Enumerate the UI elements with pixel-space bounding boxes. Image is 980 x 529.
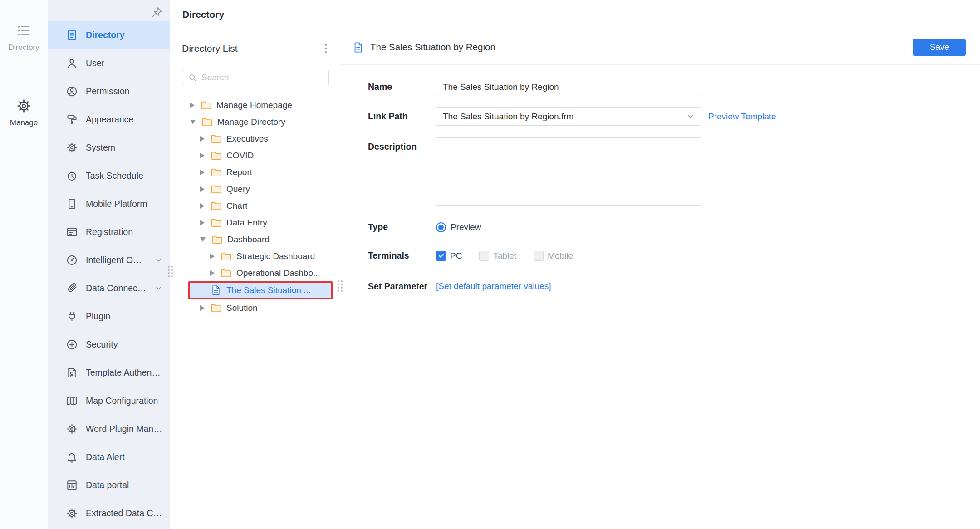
sidebar-item-word-plugin-manager[interactable]: Word Plugin Mana... bbox=[48, 415, 170, 443]
gear-icon bbox=[66, 423, 78, 435]
terminals-label: Terminals bbox=[368, 250, 436, 261]
tree-node-executives[interactable]: Executives bbox=[170, 130, 339, 147]
tree-node-dashboard[interactable]: Dashboard bbox=[170, 231, 339, 248]
caret-right-icon[interactable] bbox=[200, 136, 205, 142]
name-label: Name bbox=[368, 78, 436, 96]
sidebar-item-data-portal[interactable]: Data portal bbox=[48, 471, 170, 499]
detail-title: The Sales Situation by Region bbox=[370, 42, 495, 53]
tree-node-report[interactable]: Report bbox=[170, 164, 339, 181]
detail-form: Name Link Path The Sales Situation by Re… bbox=[340, 65, 980, 292]
tree-node-chart[interactable]: Chart bbox=[170, 197, 339, 214]
preview-radio-selected[interactable] bbox=[436, 222, 446, 232]
directory-tree: Manage Homepage Manage Directory Executi… bbox=[170, 97, 339, 316]
folder-icon bbox=[200, 99, 212, 111]
tree-node-data-entry[interactable]: Data Entry bbox=[170, 214, 339, 231]
folder-icon bbox=[210, 167, 222, 178]
sidebar-item-plugin[interactable]: Plugin bbox=[48, 302, 170, 330]
folder-icon bbox=[210, 133, 222, 145]
chevron-down-icon bbox=[154, 284, 163, 293]
tree-panel-resize-handle[interactable] bbox=[338, 280, 343, 292]
pc-checkbox-checked[interactable] bbox=[436, 251, 446, 261]
search-input[interactable] bbox=[201, 73, 323, 83]
paperclip-icon bbox=[66, 282, 78, 294]
rail-item-manage[interactable]: Manage bbox=[0, 98, 48, 127]
rail-item-directory[interactable]: Directory bbox=[0, 23, 48, 52]
rail-item-label: Directory bbox=[8, 43, 39, 52]
link-path-select[interactable]: The Sales Situation by Region.frm bbox=[436, 107, 701, 126]
sidebar-item-intelligent-operation[interactable]: Intelligent Ope... bbox=[48, 246, 170, 274]
caret-right-icon[interactable] bbox=[200, 203, 205, 209]
folder-icon bbox=[210, 302, 222, 314]
sidebar-item-directory[interactable]: Directory bbox=[48, 21, 170, 49]
person-circle-icon bbox=[66, 85, 78, 98]
sidebar-item-system[interactable]: System bbox=[48, 133, 170, 162]
sidebar-item-user[interactable]: User bbox=[48, 49, 170, 77]
caret-down-icon[interactable] bbox=[190, 120, 196, 124]
directory-list-header: Directory List bbox=[170, 30, 339, 55]
sidebar-item-template-authentication[interactable]: Template Authentic... bbox=[48, 358, 170, 387]
gear-icon bbox=[66, 507, 78, 519]
sidebar-item-extracted-data-cache[interactable]: Extracted Data Ca... bbox=[48, 499, 170, 527]
caret-right-icon[interactable] bbox=[200, 186, 205, 192]
search-icon bbox=[188, 73, 197, 83]
file-icon bbox=[210, 284, 222, 296]
page-title: Directory bbox=[182, 9, 224, 20]
save-button[interactable]: Save bbox=[913, 39, 966, 56]
mobile-checkbox-unchecked[interactable] bbox=[534, 251, 544, 261]
terminal-mobile: Mobile bbox=[534, 251, 573, 261]
sidebar-item-registration[interactable]: Registration bbox=[48, 218, 170, 246]
caret-right-icon[interactable] bbox=[210, 270, 215, 276]
caret-right-icon[interactable] bbox=[210, 254, 215, 259]
tree-node-solution[interactable]: Solution bbox=[170, 299, 339, 316]
tree-node-sales-situation-selected[interactable]: The Sales Situation ... bbox=[188, 281, 333, 299]
description-textarea[interactable] bbox=[436, 137, 701, 206]
chart-board-icon bbox=[66, 479, 78, 491]
set-parameter-label: Set Parameter bbox=[368, 277, 436, 292]
file-icon bbox=[352, 41, 364, 54]
set-default-parameter-link[interactable]: [Set default parameter values] bbox=[436, 277, 551, 292]
link-path-value: The Sales Situation by Region.frm bbox=[443, 112, 573, 122]
tree-node-manage-homepage[interactable]: Manage Homepage bbox=[170, 97, 339, 113]
sidebar-item-permission[interactable]: Permission bbox=[48, 77, 170, 105]
terminals-row: Terminals PC Tablet Mobile bbox=[368, 250, 980, 261]
bell-icon bbox=[66, 451, 78, 463]
sidebar-item-data-connection[interactable]: Data Connection bbox=[48, 274, 170, 302]
tree-node-manage-directory[interactable]: Manage Directory bbox=[170, 113, 339, 130]
directory-list-icon bbox=[16, 23, 32, 39]
sidebar-item-security[interactable]: Security bbox=[48, 330, 170, 358]
set-parameter-row: Set Parameter [Set default parameter val… bbox=[368, 277, 980, 292]
sidebar-item-data-alert[interactable]: Data Alert bbox=[48, 443, 170, 471]
chevron-down-icon bbox=[154, 256, 163, 264]
tablet-checkbox-unchecked[interactable] bbox=[479, 251, 489, 261]
circle-plus-icon bbox=[66, 338, 78, 351]
search-box bbox=[182, 69, 329, 86]
sidebar-item-mobile-platform[interactable]: Mobile Platform bbox=[48, 190, 170, 218]
gauge-icon bbox=[66, 254, 78, 266]
gear-icon bbox=[66, 142, 78, 154]
tree-node-operational-dashboard[interactable]: Operational Dashbo... bbox=[170, 264, 339, 281]
sidebar-resize-handle[interactable] bbox=[168, 266, 173, 277]
tree-node-query[interactable]: Query bbox=[170, 181, 339, 197]
sidebar-item-task-schedule[interactable]: Task Schedule bbox=[48, 162, 170, 190]
description-row: Description bbox=[368, 137, 980, 206]
tree-node-strategic-dashboard[interactable]: Strategic Dashboard bbox=[170, 248, 339, 264]
folder-icon bbox=[210, 183, 222, 195]
folder-icon bbox=[220, 267, 232, 279]
caret-right-icon[interactable] bbox=[200, 170, 205, 175]
sidebar-item-map-configuration[interactable]: Map Configuration bbox=[48, 387, 170, 415]
caret-right-icon[interactable] bbox=[190, 103, 195, 108]
caret-right-icon[interactable] bbox=[200, 153, 205, 158]
sidebar-item-appearance[interactable]: Appearance bbox=[48, 105, 170, 133]
certificate-icon bbox=[66, 367, 78, 379]
caret-right-icon[interactable] bbox=[200, 220, 205, 225]
tree-node-covid[interactable]: COVID bbox=[170, 147, 339, 164]
manage-sidebar: Directory User Permission Appearance Sys… bbox=[48, 0, 170, 529]
kebab-menu-icon[interactable] bbox=[323, 42, 329, 55]
preview-template-link[interactable]: Preview Template bbox=[708, 112, 776, 122]
caret-right-icon[interactable] bbox=[200, 305, 205, 311]
name-input[interactable] bbox=[436, 78, 701, 96]
paint-roller-icon bbox=[66, 113, 78, 126]
pin-icon[interactable] bbox=[150, 6, 163, 19]
terminal-tablet: Tablet bbox=[479, 251, 516, 261]
caret-down-icon[interactable] bbox=[200, 237, 206, 242]
